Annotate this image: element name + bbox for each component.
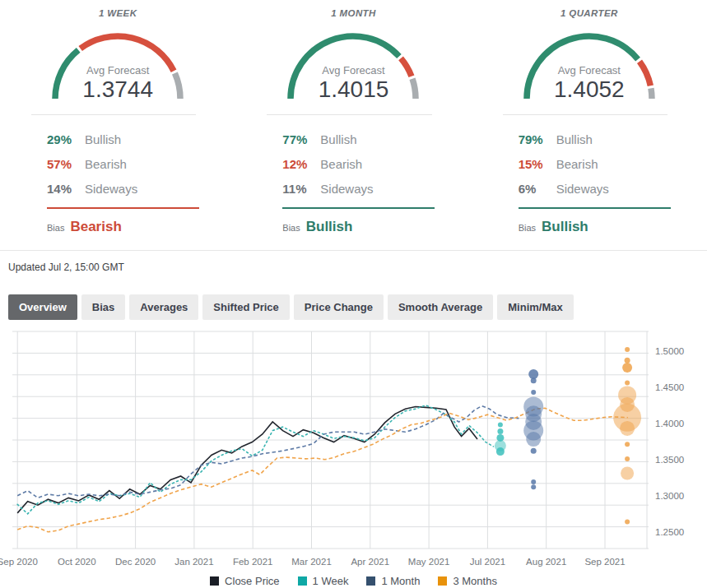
svg-text:Jul 2021: Jul 2021: [470, 557, 505, 567]
bearish-row: 57% Bearish: [47, 151, 235, 176]
bullish-label: Bullish: [320, 132, 356, 146]
svg-text:Sep 2021: Sep 2021: [584, 557, 625, 567]
bearish-pct: 57%: [47, 157, 85, 171]
svg-text:1.2500: 1.2500: [655, 527, 684, 537]
bias-label: Bias: [47, 223, 64, 233]
bearish-label: Bearish: [320, 157, 362, 171]
svg-text:Jan 2021: Jan 2021: [174, 557, 213, 567]
chart-legend: Close Price 1 Week 1 Month 3 Months: [0, 575, 707, 587]
sideways-label: Sideways: [556, 182, 609, 196]
tab-bias[interactable]: Bias: [81, 294, 125, 320]
svg-text:Oct 2020: Oct 2020: [58, 557, 96, 567]
bearish-pct: 12%: [282, 157, 320, 171]
bias-label: Bias: [282, 223, 300, 233]
svg-text:Mar 2021: Mar 2021: [291, 557, 332, 567]
bearish-row: 15% Bearish: [519, 151, 707, 176]
forecast-cards-row: 1 WEEK Avg Forecast 1.3744 29% Bullish 5…: [0, 0, 707, 235]
3-months-swatch-icon: [438, 576, 447, 586]
sideways-pct: 14%: [47, 182, 85, 196]
forecast-card-1-quarter: 1 QUARTER Avg Forecast 1.4052 79% Bullis…: [472, 8, 707, 235]
svg-text:Aug 2021: Aug 2021: [526, 557, 566, 567]
1-week-swatch-icon: [298, 576, 307, 586]
gauge-arc: [283, 25, 423, 103]
bullish-pct: 29%: [47, 132, 85, 146]
forecast-poll-widget: 1 WEEK Avg Forecast 1.3744 29% Bullish 5…: [0, 0, 707, 587]
bullish-row: 77% Bullish: [282, 127, 471, 151]
bias-value: Bullish: [542, 219, 588, 235]
forecast-card-1-month: 1 MONTH Avg Forecast 1.4015 77% Bullish …: [235, 8, 471, 235]
gauge-1-week: Avg Forecast 1.3744: [48, 25, 188, 103]
bearish-label: Bearish: [85, 157, 127, 171]
sideways-row: 6% Sideways: [519, 176, 707, 201]
sideways-row: 11% Sideways: [282, 176, 471, 201]
updated-timestamp: Updated Jul 2, 15:00 GMT: [0, 250, 707, 273]
bias-label: Bias: [519, 223, 536, 233]
bias-divider: [47, 207, 199, 209]
gauge-1-quarter: Avg Forecast 1.4052: [519, 25, 659, 103]
1-month-swatch-icon: [366, 576, 375, 586]
sideways-pct: 6%: [519, 182, 556, 196]
tab-overview[interactable]: Overview: [8, 294, 77, 320]
bullish-label: Bullish: [85, 132, 121, 146]
sideways-pct: 11%: [282, 182, 320, 196]
svg-text:May 2021: May 2021: [408, 557, 450, 567]
svg-text:1.3500: 1.3500: [655, 455, 684, 465]
tab-price-change[interactable]: Price Change: [294, 294, 384, 320]
forecast-chart[interactable]: 1.50001.45001.40001.35001.30001.2500Sep …: [0, 326, 707, 575]
gauge-arc: [519, 25, 659, 103]
svg-text:1.4500: 1.4500: [655, 382, 684, 392]
bias-value: Bearish: [70, 219, 121, 235]
card-period-title: 1 MONTH: [235, 8, 471, 18]
svg-text:Sep 2020: Sep 2020: [0, 557, 38, 567]
bias-divider: [282, 207, 435, 209]
bearish-row: 12% Bearish: [282, 151, 471, 176]
chart-tabs: Overview Bias Averages Shifted Price Pri…: [8, 294, 707, 320]
bullish-row: 79% Bullish: [519, 127, 707, 151]
bullish-pct: 79%: [519, 132, 556, 146]
svg-text:1.5000: 1.5000: [655, 346, 684, 356]
forecast-card-1-week: 1 WEEK Avg Forecast 1.3744 29% Bullish 5…: [0, 8, 235, 235]
card-period-title: 1 WEEK: [0, 8, 235, 18]
bullish-row: 29% Bullish: [47, 127, 235, 151]
card-divider: [31, 114, 196, 115]
sideways-label: Sideways: [85, 182, 137, 196]
gauge-arc: [48, 25, 188, 103]
bullish-pct: 77%: [282, 132, 320, 146]
legend-item-close-price[interactable]: Close Price: [210, 575, 279, 587]
svg-text:Feb 2021: Feb 2021: [233, 557, 273, 567]
tab-averages[interactable]: Averages: [129, 294, 198, 320]
bullish-label: Bullish: [556, 132, 593, 146]
bearish-label: Bearish: [556, 157, 598, 171]
legend-item-1-month[interactable]: 1 Month: [366, 575, 420, 587]
legend-item-1-week[interactable]: 1 Week: [298, 575, 349, 587]
card-period-title: 1 QUARTER: [472, 8, 707, 18]
svg-text:1.4000: 1.4000: [655, 419, 684, 428]
svg-text:Apr 2021: Apr 2021: [351, 557, 389, 567]
card-divider: [267, 114, 431, 115]
tab-shifted-price[interactable]: Shifted Price: [202, 294, 289, 320]
bias-divider: [519, 207, 671, 209]
bias-value: Bullish: [306, 219, 353, 235]
svg-text:1.3000: 1.3000: [655, 491, 684, 501]
close-price-swatch-icon: [210, 576, 219, 586]
legend-item-3-months[interactable]: 3 Months: [438, 575, 496, 587]
bearish-pct: 15%: [519, 157, 556, 171]
sideways-label: Sideways: [320, 182, 373, 196]
card-divider: [503, 114, 667, 115]
gauge-1-month: Avg Forecast 1.4015: [283, 25, 423, 103]
sideways-row: 14% Sideways: [47, 176, 235, 201]
tab-smooth-average[interactable]: Smooth Average: [388, 294, 493, 320]
tab-minim-max[interactable]: Minim/Max: [497, 294, 573, 320]
svg-text:Dec 2020: Dec 2020: [115, 557, 156, 567]
